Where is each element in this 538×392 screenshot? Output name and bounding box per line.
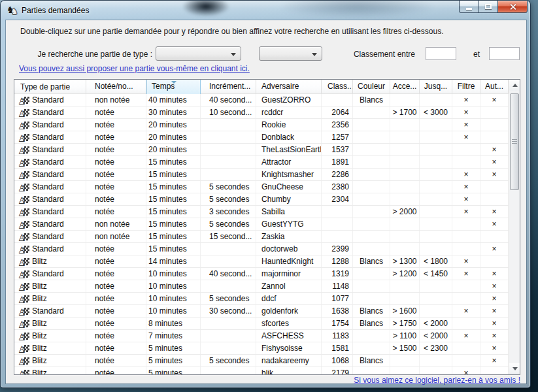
cell-auto <box>480 106 509 118</box>
cell-accept-max: < 1450 <box>420 268 452 280</box>
game-type-select[interactable] <box>156 46 241 61</box>
column-header-accept-min[interactable]: Acce... <box>390 80 420 94</box>
column-header-auto[interactable]: Aut... <box>480 80 509 94</box>
propose-game-link[interactable]: Vous pouvez aussi proposer une partie vo… <box>19 64 250 73</box>
column-header-opponent[interactable]: Adversaire <box>256 80 322 94</box>
cell-accept-max <box>420 156 452 168</box>
cell-time: 10 minutes <box>146 268 201 280</box>
tell-friends-link[interactable]: Si vous aimez ce logiciel, parlez-en à v… <box>354 376 520 385</box>
table-row[interactable]: ♙ Standard notée 20 minutes Donblack 125… <box>14 131 509 144</box>
column-header-game-type[interactable]: Type de partie <box>14 80 86 94</box>
cell-time: 30 minutes <box>146 106 201 118</box>
chess-pawn-icon: ♙ <box>18 331 29 340</box>
cell-rated: notée <box>86 144 146 155</box>
table-row[interactable]: ♙ Standard notée 15 minutes Attractor 18… <box>14 156 509 169</box>
chess-pawn-icon: ♙ <box>18 232 29 241</box>
rating-min-input[interactable] <box>426 47 456 60</box>
cell-rating <box>322 231 353 242</box>
column-header-time[interactable]: Temps <box>146 80 201 94</box>
minimize-button[interactable] <box>459 1 479 13</box>
column-header-filter[interactable]: Filtre <box>452 80 480 94</box>
cell-game-type: ♙ Standard <box>14 268 86 280</box>
titlebar[interactable]: ♞ ♞ Parties demandées <box>1 1 530 20</box>
cell-time: 20 minutes <box>146 131 201 143</box>
cell-game-type: ♙ Standard <box>14 181 86 193</box>
cell-game-type: ♙ Standard <box>14 206 86 218</box>
table-row[interactable]: ♙ Standard notée 15 minutes 5 secondes C… <box>14 193 509 206</box>
cell-opponent: rcddcr <box>256 106 322 118</box>
scroll-up-button[interactable] <box>509 80 520 91</box>
table-row[interactable]: ♙ Standard notée 15 minutes doctorweb 23… <box>14 243 509 255</box>
chess-knights-icon: ♞ ♞ <box>7 5 18 16</box>
table-row[interactable]: ♙ Blitz notée 7 minutes ASFCHESS 1183 > … <box>14 330 509 342</box>
table-row[interactable]: ♙ Standard notée 20 minutes Rookie 2356 … <box>14 119 509 131</box>
table-row[interactable]: ♙ Blitz notée 5 minutes 5 secondes nadak… <box>14 355 509 367</box>
cell-time: 5 minutes <box>146 355 201 367</box>
column-header-accept-max[interactable]: Jusq... <box>420 80 452 94</box>
table-row[interactable]: ♙ Standard notée 10 minutes 40 second...… <box>14 268 509 280</box>
cell-time: 40 minutes <box>146 94 201 106</box>
table-row[interactable]: ♙ Blitz notée 5 minutes Fishysoisse 1581… <box>14 342 509 355</box>
cell-color: Blancs <box>353 355 390 367</box>
cell-game-type: ♙ Standard <box>14 243 86 255</box>
cell-time: 10 minutes <box>146 305 201 317</box>
rating-max-input[interactable] <box>489 47 520 60</box>
column-label: Acce... <box>393 82 417 91</box>
cell-auto: × <box>480 280 509 292</box>
games-table: Type de partieNotée/no...TempsIncrément.… <box>14 79 520 375</box>
scrollbar-grip-icon <box>512 139 517 144</box>
cell-time: 15 minutes <box>146 193 201 205</box>
cell-rating: 1077 <box>322 293 353 304</box>
maximize-button[interactable] <box>479 1 497 13</box>
table-row[interactable]: ♙ Blitz notée 10 minutes Zannol 1148 × <box>14 280 509 293</box>
cell-opponent: goldenfork <box>256 305 322 317</box>
cell-color <box>353 243 390 255</box>
cell-opponent: GnuCheese <box>256 181 322 193</box>
scroll-down-button[interactable] <box>509 363 520 374</box>
table-row[interactable]: ♙ Standard non notée 40 minutes 40 secon… <box>14 94 509 106</box>
cell-accept-min <box>390 119 420 131</box>
cell-rated: notée <box>86 318 146 329</box>
cell-rated: notée <box>86 255 146 267</box>
close-button[interactable] <box>497 1 528 13</box>
cell-color <box>353 293 390 304</box>
table-row[interactable]: ♙ Standard notée 15 minutes 5 secondes G… <box>14 181 509 193</box>
cell-opponent: ddcf <box>256 293 322 304</box>
table-row[interactable]: ♙ Standard notée 10 minutes 30 second...… <box>14 305 509 318</box>
column-header-color[interactable]: Couleur <box>353 80 390 94</box>
chess-pawn-icon: ♙ <box>18 157 29 167</box>
cell-rating: 1068 <box>322 355 353 367</box>
column-header-rating[interactable]: Class... <box>322 80 353 94</box>
table-row[interactable]: ♙ Standard notée 30 minutes 10 second...… <box>14 106 509 119</box>
table-row[interactable]: ♙ Standard non notée 15 minutes 5 second… <box>14 218 509 231</box>
table-row[interactable]: ♙ Blitz notée 10 minutes 5 secondes ddcf… <box>14 293 509 305</box>
table-row[interactable]: ♙ Standard notée 15 minutes Knightsmashe… <box>14 169 509 181</box>
cell-increment <box>201 255 256 267</box>
cell-increment <box>201 243 256 255</box>
table-row[interactable]: ♙ Standard non notée 15 minutes 15 secon… <box>14 231 509 243</box>
cell-game-type: ♙ Blitz <box>14 342 86 354</box>
cell-game-type: ♙ Standard <box>14 156 86 168</box>
cell-color: Blancs <box>353 255 390 267</box>
column-header-increment[interactable]: Incrément... <box>201 80 256 94</box>
cell-accept-min: > 1700 <box>390 106 420 118</box>
table-row[interactable]: ♙ Blitz notée 5 minutes blik 2179 × <box>14 367 509 374</box>
table-row[interactable]: ♙ Standard notée 15 minutes 3 secondes S… <box>14 206 509 218</box>
cell-increment <box>201 131 256 143</box>
table-row[interactable]: ♙ Standard notée 20 minutes TheLastSionE… <box>14 144 509 156</box>
vertical-scrollbar[interactable] <box>509 80 520 374</box>
cell-accept-min <box>390 280 420 292</box>
cell-time: 8 minutes <box>146 318 201 329</box>
table-row[interactable]: ♙ Blitz notée 8 minutes sfcortes 1754 Bl… <box>14 318 509 330</box>
cell-filter: × <box>452 330 480 342</box>
cell-rating <box>322 218 353 230</box>
cell-rating: 1638 <box>322 305 353 317</box>
cell-increment: 40 second... <box>201 94 256 106</box>
game-subtype-select[interactable] <box>259 46 322 61</box>
cell-accept-max <box>420 94 452 106</box>
scrollbar-thumb[interactable] <box>510 93 519 190</box>
cell-accept-min <box>390 94 420 106</box>
cell-accept-min: > 2000 <box>390 206 420 218</box>
column-header-rated[interactable]: Notée/no... <box>86 80 146 94</box>
table-row[interactable]: ♙ Blitz notée 14 minutes HauntedKnight 1… <box>14 255 509 268</box>
